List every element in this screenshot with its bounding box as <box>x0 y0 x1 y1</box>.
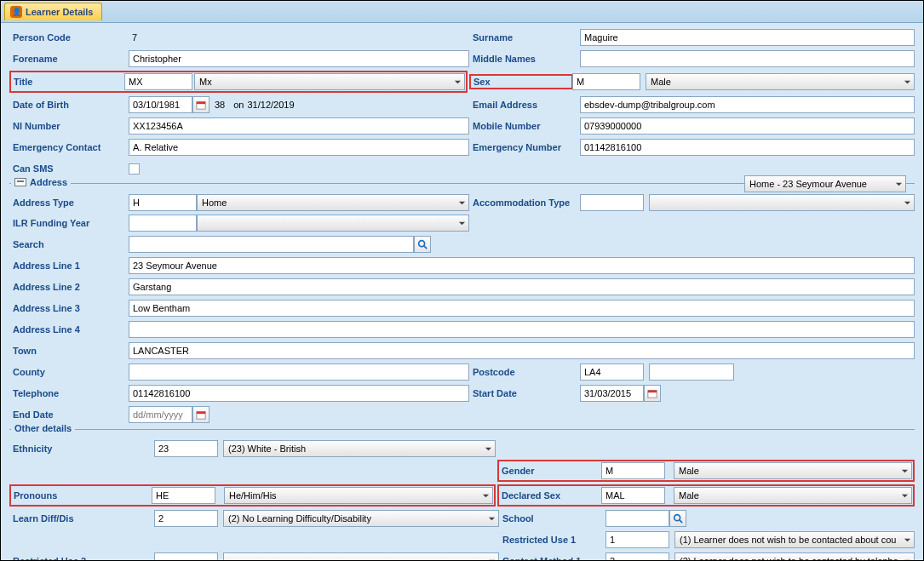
mobile-input[interactable] <box>580 117 915 135</box>
learn-diff-select-value: (2) No Learning Difficulty/Disability <box>228 513 371 524</box>
accommodation-code-input[interactable] <box>580 194 644 211</box>
address-search-button[interactable] <box>414 236 431 253</box>
sex-select-value: Male <box>651 77 671 87</box>
school-search-button[interactable] <box>669 510 686 527</box>
label-address-type: Address Type <box>9 197 129 208</box>
label-end-date: End Date <box>9 409 129 420</box>
label-ilr: ILR Funding Year <box>9 218 129 228</box>
svg-point-2 <box>419 241 425 247</box>
gender-select-value: Male <box>679 466 699 476</box>
line3-input[interactable] <box>129 300 915 317</box>
dob-on-label: on <box>230 100 244 110</box>
line1-input[interactable] <box>129 257 915 274</box>
label-accommodation: Accommodation Type <box>469 197 580 208</box>
address-type-select-value: Home <box>202 197 227 208</box>
ilr-select[interactable] <box>197 215 469 232</box>
label-ni: NI Number <box>9 121 129 131</box>
learn-diff-code-input[interactable] <box>154 510 218 527</box>
restricted2-code-input[interactable] <box>154 552 218 561</box>
label-dob: Date of Birth <box>9 100 129 110</box>
learner-details-tab[interactable]: 👤 Learner Details <box>4 3 102 20</box>
address-selector-value: Home - 23 Seymour Avenue <box>749 179 867 189</box>
label-line2: Address Line 2 <box>9 282 129 292</box>
title-select-value: Mx <box>199 77 212 87</box>
svg-line-3 <box>424 246 427 249</box>
dob-on-date: 31/12/2019 <box>244 100 295 110</box>
label-pronouns: Pronouns <box>12 490 150 501</box>
postcode-input[interactable] <box>580 364 644 381</box>
gender-code-input[interactable] <box>601 462 665 479</box>
declared-sex-select[interactable]: Male <box>674 487 912 504</box>
chevron-down-icon <box>904 558 911 562</box>
end-date-input[interactable] <box>129 406 192 423</box>
label-start-date: Start Date <box>469 388 580 398</box>
chevron-down-icon <box>901 467 909 475</box>
ethnicity-code-input[interactable] <box>154 440 218 457</box>
sex-select[interactable]: Male <box>646 73 915 90</box>
gender-select[interactable]: Male <box>674 462 912 479</box>
restricted1-select[interactable]: (1) Learner does not wish to be contacte… <box>674 531 915 548</box>
dob-input[interactable] <box>129 96 192 113</box>
surname-input[interactable] <box>580 29 915 46</box>
label-person-code: Person Code <box>9 32 129 43</box>
ethnicity-select[interactable]: (23) White - British <box>223 440 496 457</box>
telephone-input[interactable] <box>129 385 469 402</box>
label-town: Town <box>9 346 129 356</box>
restricted1-select-value: (1) Learner does not wish to be contacte… <box>680 535 896 545</box>
address-type-code-input[interactable] <box>129 194 197 211</box>
middle-names-input[interactable] <box>580 50 915 67</box>
start-date-calendar-button[interactable] <box>644 385 661 402</box>
pronouns-highlight: Pronouns He/Him/His <box>9 484 496 507</box>
svg-line-9 <box>680 520 682 523</box>
sex-code-input[interactable] <box>572 73 640 90</box>
email-input[interactable] <box>580 96 915 113</box>
pronouns-code-input[interactable] <box>152 487 215 504</box>
contact1-code-input[interactable] <box>605 552 669 561</box>
title-select[interactable]: Mx <box>194 73 465 90</box>
ni-input[interactable] <box>129 117 469 135</box>
title-code-input[interactable] <box>124 73 192 90</box>
chevron-down-icon <box>458 199 466 207</box>
start-date-input[interactable] <box>580 385 644 402</box>
label-email: Email Address <box>469 100 580 110</box>
label-ethnicity: Ethnicity <box>9 444 154 454</box>
line4-input[interactable] <box>129 321 915 338</box>
ilr-code-input[interactable] <box>129 215 197 232</box>
contact1-select[interactable]: (2) Learner does not wish to be contacte… <box>674 552 915 561</box>
svg-rect-1 <box>197 102 205 105</box>
learn-diff-select[interactable]: (2) No Learning Difficulty/Disability <box>223 510 499 527</box>
address-type-select[interactable]: Home <box>197 194 469 211</box>
label-declared-sex: Declared Sex <box>500 490 600 501</box>
chevron-down-icon <box>485 445 492 453</box>
label-surname: Surname <box>469 32 580 43</box>
label-school: School <box>499 513 605 524</box>
restricted1-code-input[interactable] <box>605 531 669 548</box>
accommodation-select[interactable] <box>649 194 915 211</box>
label-restricted1: Restricted Use 1 <box>499 535 605 545</box>
emergency-number-input[interactable] <box>580 139 915 156</box>
chevron-down-icon <box>901 492 909 500</box>
postcode2-input[interactable] <box>649 364 734 381</box>
declared-sex-code-input[interactable] <box>601 487 665 504</box>
pronouns-select[interactable]: He/Him/His <box>224 487 493 504</box>
chevron-down-icon <box>904 199 911 207</box>
tab-title: Learner Details <box>26 7 93 17</box>
label-county: County <box>9 367 129 377</box>
ethnicity-select-value: (23) White - British <box>228 444 306 454</box>
label-gender: Gender <box>500 466 600 476</box>
school-code-input[interactable] <box>605 510 669 527</box>
dob-calendar-button[interactable] <box>192 96 209 113</box>
chevron-down-icon <box>488 558 496 562</box>
emergency-contact-input[interactable] <box>129 139 469 156</box>
forename-input[interactable] <box>129 50 469 67</box>
end-date-calendar-button[interactable] <box>192 406 209 423</box>
can-sms-checkbox[interactable] <box>129 163 140 175</box>
line2-input[interactable] <box>129 278 915 295</box>
restricted2-select[interactable] <box>223 552 499 561</box>
address-search-input[interactable] <box>129 236 414 253</box>
town-input[interactable] <box>129 342 915 359</box>
label-forename: Forename <box>9 54 129 64</box>
county-input[interactable] <box>129 364 469 381</box>
svg-rect-5 <box>648 391 657 393</box>
address-selector[interactable]: Home - 23 Seymour Avenue <box>744 175 906 192</box>
